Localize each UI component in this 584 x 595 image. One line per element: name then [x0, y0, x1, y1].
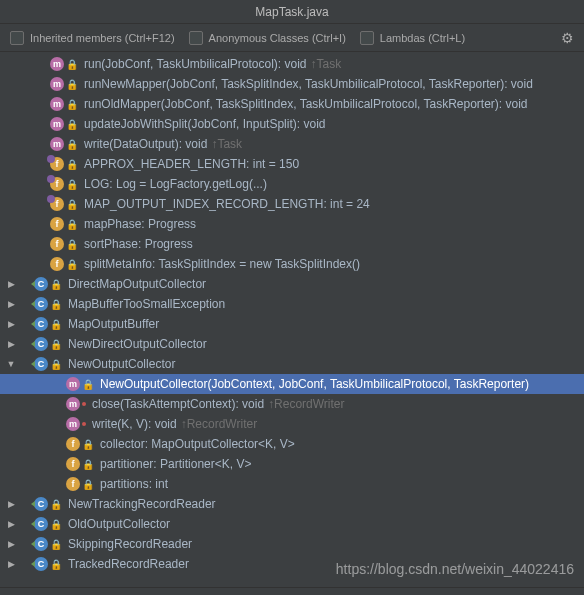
static-field-icon: f: [50, 197, 64, 211]
lock-icon: 🔒: [66, 79, 78, 90]
lock-icon: 🔒: [82, 479, 94, 490]
checkbox-label: Inherited members (Ctrl+F12): [30, 32, 175, 44]
field-icon: f: [66, 457, 80, 471]
signature-text: MapOutputBuffer: [68, 317, 159, 331]
expand-icon[interactable]: [4, 319, 18, 329]
tree-row[interactable]: f🔒partitioner: Partitioner<K, V>: [0, 454, 584, 474]
expand-icon[interactable]: [4, 339, 18, 349]
field-icon: f: [66, 437, 80, 451]
static-field-icon: f: [50, 157, 64, 171]
class-icon: [34, 537, 48, 551]
tree-row[interactable]: m🔒run(JobConf, TaskUmbilicalProtocol): v…: [0, 54, 584, 74]
field-icon: f: [50, 237, 64, 251]
signature-text: TrackedRecordReader: [68, 557, 189, 571]
expand-icon[interactable]: [4, 559, 18, 569]
class-icon: [34, 557, 48, 571]
lock-icon: 🔒: [82, 459, 94, 470]
tree-row[interactable]: m🔒write(DataOutput): void↑Task: [0, 134, 584, 154]
override-marker: ↑Task: [211, 137, 242, 151]
tree-row[interactable]: mwrite(K, V): void↑RecordWriter: [0, 414, 584, 434]
lock-icon: 🔒: [82, 379, 94, 390]
tree-row[interactable]: 🔒NewTrackingRecordReader: [0, 494, 584, 514]
method-icon: m: [50, 97, 64, 111]
signature-text: NewOutputCollector: [68, 357, 175, 371]
tree-row[interactable]: f🔒mapPhase: Progress: [0, 214, 584, 234]
signature-text: collector: MapOutputCollector<K, V>: [100, 437, 295, 451]
lock-icon: 🔒: [66, 59, 78, 70]
signature-text: run(JobConf, TaskUmbilicalProtocol): voi…: [84, 57, 341, 71]
inherited-checkbox[interactable]: Inherited members (Ctrl+F12): [10, 31, 175, 45]
lock-icon: 🔒: [50, 519, 62, 530]
class-icon: [34, 517, 48, 531]
lock-icon: 🔒: [82, 439, 94, 450]
tree-row[interactable]: f🔒LOG: Log = LogFactory.getLog(...): [0, 174, 584, 194]
tree-row[interactable]: 🔒OldOutputCollector: [0, 514, 584, 534]
lock-icon: 🔒: [50, 499, 62, 510]
tree-row[interactable]: 🔒NewOutputCollector: [0, 354, 584, 374]
gear-icon[interactable]: ⚙: [561, 30, 574, 46]
lock-icon: 🔒: [66, 159, 78, 170]
tree-row[interactable]: 🔒MapOutputBuffer: [0, 314, 584, 334]
tree-row[interactable]: 🔒DirectMapOutputCollector: [0, 274, 584, 294]
tree-row[interactable]: f🔒splitMetaInfo: TaskSplitIndex = new Ta…: [0, 254, 584, 274]
signature-text: write(K, V): void↑RecordWriter: [92, 417, 257, 431]
method-icon: m: [50, 77, 64, 91]
method-icon: m: [50, 137, 64, 151]
expand-icon[interactable]: [4, 299, 18, 309]
signature-text: runOldMapper(JobConf, TaskSplitIndex, Ta…: [84, 97, 528, 111]
horizontal-scrollbar[interactable]: [0, 587, 584, 595]
tree-row[interactable]: f🔒sortPhase: Progress: [0, 234, 584, 254]
tree-row[interactable]: m🔒updateJobWithSplit(JobConf, InputSplit…: [0, 114, 584, 134]
tree-row[interactable]: f🔒APPROX_HEADER_LENGTH: int = 150: [0, 154, 584, 174]
tree-row[interactable]: 🔒NewDirectOutputCollector: [0, 334, 584, 354]
field-icon: f: [66, 477, 80, 491]
tree-row[interactable]: 🔒SkippingRecordReader: [0, 534, 584, 554]
method-icon: m: [50, 117, 64, 131]
collapse-icon[interactable]: [4, 359, 18, 369]
title-text: MapTask.java: [255, 5, 328, 19]
title-bar: MapTask.java: [0, 0, 584, 24]
signature-text: partitioner: Partitioner<K, V>: [100, 457, 251, 471]
expand-icon[interactable]: [4, 279, 18, 289]
signature-text: splitMetaInfo: TaskSplitIndex = new Task…: [84, 257, 360, 271]
lock-icon: 🔒: [66, 239, 78, 250]
signature-text: sortPhase: Progress: [84, 237, 193, 251]
checkbox-box: [10, 31, 24, 45]
tree-row[interactable]: f🔒MAP_OUTPUT_INDEX_RECORD_LENGTH: int = …: [0, 194, 584, 214]
tree-row[interactable]: m🔒NewOutputCollector(JobContext, JobConf…: [0, 374, 584, 394]
method-icon: m: [50, 57, 64, 71]
class-icon: [34, 497, 48, 511]
tree-row[interactable]: mclose(TaskAttemptContext): void↑RecordW…: [0, 394, 584, 414]
expand-icon[interactable]: [4, 539, 18, 549]
lock-icon: 🔒: [50, 559, 62, 570]
tree-row[interactable]: 🔒TrackedRecordReader: [0, 554, 584, 574]
structure-tree[interactable]: m🔒run(JobConf, TaskUmbilicalProtocol): v…: [0, 52, 584, 587]
tree-row[interactable]: m🔒runOldMapper(JobConf, TaskSplitIndex, …: [0, 94, 584, 114]
override-marker: ↑RecordWriter: [181, 417, 257, 431]
lock-icon: 🔒: [50, 319, 62, 330]
class-icon: [34, 297, 48, 311]
lock-icon: 🔒: [66, 259, 78, 270]
class-icon: [34, 277, 48, 291]
signature-text: NewTrackingRecordReader: [68, 497, 216, 511]
signature-text: APPROX_HEADER_LENGTH: int = 150: [84, 157, 299, 171]
tree-row[interactable]: m🔒runNewMapper(JobConf, TaskSplitIndex, …: [0, 74, 584, 94]
tree-row[interactable]: f🔒partitions: int: [0, 474, 584, 494]
lock-icon: 🔒: [50, 339, 62, 350]
lock-icon: 🔒: [50, 539, 62, 550]
anonymous-checkbox[interactable]: Anonymous Classes (Ctrl+I): [189, 31, 346, 45]
lock-icon: 🔒: [66, 179, 78, 190]
signature-text: LOG: Log = LogFactory.getLog(...): [84, 177, 267, 191]
static-field-icon: f: [50, 177, 64, 191]
visibility-dot-icon: [82, 402, 86, 406]
override-marker: ↑RecordWriter: [268, 397, 344, 411]
lambdas-checkbox[interactable]: Lambdas (Ctrl+L): [360, 31, 465, 45]
checkbox-label: Anonymous Classes (Ctrl+I): [209, 32, 346, 44]
expand-icon[interactable]: [4, 519, 18, 529]
signature-text: close(TaskAttemptContext): void↑RecordWr…: [92, 397, 345, 411]
lock-icon: 🔒: [50, 359, 62, 370]
method-icon: m: [66, 417, 80, 431]
tree-row[interactable]: 🔒MapBufferTooSmallException: [0, 294, 584, 314]
tree-row[interactable]: f🔒collector: MapOutputCollector<K, V>: [0, 434, 584, 454]
expand-icon[interactable]: [4, 499, 18, 509]
